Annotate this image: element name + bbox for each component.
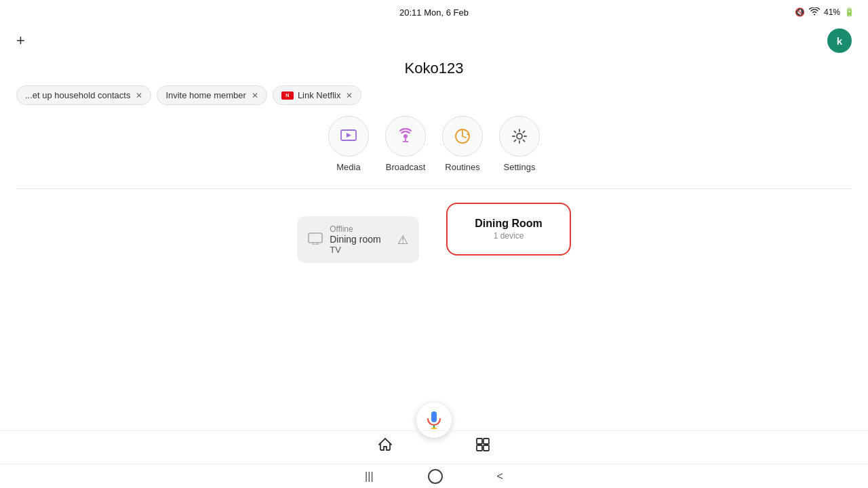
broadcast-icon (396, 127, 415, 146)
settings-icon-circle (499, 116, 540, 157)
media-icon (339, 127, 358, 146)
warning-icon: ⚠ (397, 232, 408, 247)
divider (16, 188, 852, 189)
status-bar: 20:11 Mon, 6 Feb 🔇 41% 🔋 (0, 0, 868, 24)
mute-icon: 🔇 (795, 7, 805, 17)
bottom-bar (0, 430, 868, 462)
wifi-icon (809, 7, 820, 18)
svg-point-8 (517, 134, 522, 139)
status-icons: 🔇 41% 🔋 (795, 7, 854, 18)
svg-rect-9 (309, 233, 322, 243)
broadcast-label: Broadcast (386, 162, 426, 172)
device-name: Dining room (330, 234, 380, 245)
left-cards: Offline Dining room TV ⚠ (297, 203, 419, 263)
status-time: 20:11 Mon, 6 Feb (399, 7, 469, 18)
tab-label: ...et up household contacts (25, 90, 130, 100)
tab-close-icon[interactable]: ✕ (136, 91, 142, 100)
list-nav-button[interactable] (475, 436, 491, 457)
cards-container: Offline Dining room TV ⚠ Dining Room 1 d… (16, 203, 852, 263)
back-gesture-button[interactable]: < (497, 470, 503, 483)
svg-rect-17 (484, 439, 489, 444)
tab-setup-contacts[interactable]: ...et up household contacts ✕ (16, 85, 151, 105)
page-title: Koko123 (0, 60, 868, 77)
broadcast-button[interactable]: Broadcast (385, 116, 426, 172)
routines-icon (453, 127, 472, 146)
settings-icon (510, 127, 529, 146)
media-icon-circle (328, 116, 369, 157)
svg-rect-16 (477, 439, 482, 444)
home-gesture-button[interactable] (428, 469, 443, 484)
tab-label: Link Netflix (298, 90, 341, 100)
tv-icon (308, 232, 323, 247)
tab-label: Invite home member (165, 90, 246, 100)
add-button[interactable]: + (16, 33, 25, 48)
settings-label: Settings (504, 162, 536, 172)
room-device-count: 1 device (475, 231, 542, 241)
gesture-nav-bar: ||| < (0, 464, 868, 488)
svg-rect-19 (484, 445, 489, 451)
broadcast-icon-circle (385, 116, 426, 157)
svg-rect-18 (477, 445, 482, 451)
routines-label: Routines (445, 162, 479, 172)
media-label: Media (336, 162, 360, 172)
battery-icon: 🔋 (844, 7, 854, 17)
svg-marker-1 (347, 133, 351, 138)
svg-rect-13 (431, 411, 437, 422)
tab-invite-home[interactable]: Invite home member ✕ (157, 85, 267, 105)
mic-icon (426, 411, 442, 430)
device-type: TV (330, 245, 380, 255)
room-card[interactable]: Dining Room 1 device (446, 203, 571, 256)
home-nav-button[interactable] (377, 436, 393, 457)
room-card-container: Dining Room 1 device (446, 203, 571, 256)
tab-close-icon[interactable]: ✕ (346, 91, 353, 100)
tab-close-icon[interactable]: ✕ (252, 91, 258, 100)
settings-button[interactable]: Settings (499, 116, 540, 172)
routines-icon-circle (442, 116, 483, 157)
icon-buttons-row: Media Broadcast Routines (0, 116, 868, 172)
recent-apps-button[interactable]: ||| (365, 470, 373, 483)
avatar[interactable]: k (827, 28, 852, 53)
tab-link-netflix[interactable]: N Link Netflix ✕ (273, 85, 362, 105)
room-name: Dining Room (475, 218, 542, 230)
device-status: Offline (330, 224, 380, 234)
tabs-row: ...et up household contacts ✕ Invite hom… (0, 85, 868, 105)
device-info: Offline Dining room TV (330, 224, 380, 255)
svg-line-7 (462, 136, 466, 138)
netflix-icon: N (281, 92, 294, 100)
content-area: Offline Dining room TV ⚠ Dining Room 1 d… (0, 203, 868, 263)
device-card[interactable]: Offline Dining room TV ⚠ (297, 216, 419, 263)
media-button[interactable]: Media (328, 116, 369, 172)
top-bar: + k (0, 24, 868, 60)
battery-level: 41% (824, 7, 840, 17)
routines-button[interactable]: Routines (442, 116, 483, 172)
